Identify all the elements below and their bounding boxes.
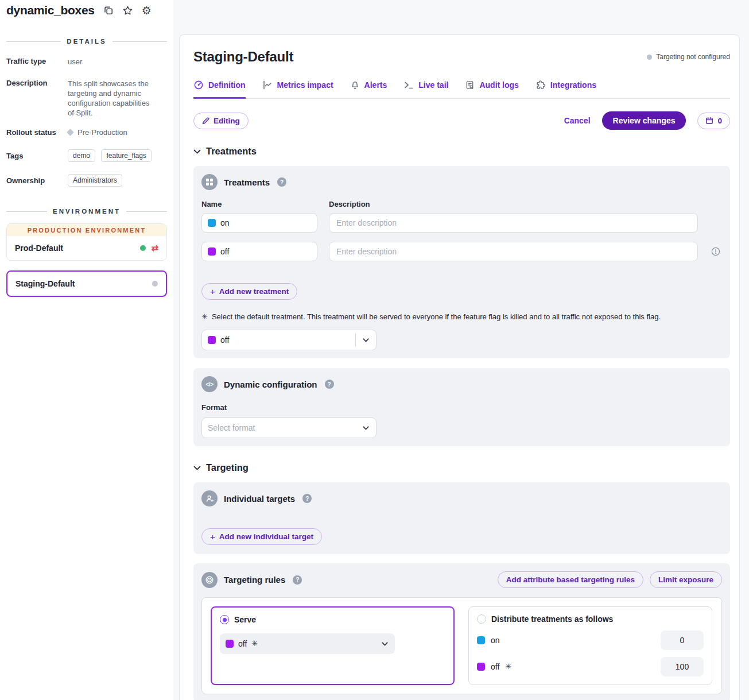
tab-audit-logs[interactable]: Audit logs — [465, 80, 518, 99]
default-asterisk-icon: ✳ — [251, 639, 258, 648]
owner-chip[interactable]: Administrators — [68, 174, 122, 187]
tab-metrics-impact[interactable]: Metrics impact — [262, 80, 333, 99]
default-treatment-select[interactable]: off — [201, 330, 377, 350]
treatments-card: Treatments ? Name Description — [193, 166, 730, 358]
treatment-name-input[interactable] — [220, 218, 311, 227]
help-icon[interactable]: ? — [293, 575, 302, 585]
environment-card-staging[interactable]: Staging-Default — [6, 270, 167, 297]
individual-targets-title: Individual targets — [224, 494, 295, 504]
tab-integrations[interactable]: Integrations — [535, 80, 596, 99]
treatment-description-input[interactable] — [329, 242, 698, 261]
treatment-color-chip — [226, 640, 234, 648]
change-queue-button[interactable]: 0 — [697, 113, 730, 129]
info-icon[interactable] — [709, 247, 722, 256]
main-panel: Staging-Default Targeting not configured… — [179, 34, 740, 700]
dynamic-configuration-card: </> Dynamic configuration ? Format Selec… — [193, 368, 730, 446]
distribute-option-card[interactable]: Distribute treatments as follows on off … — [468, 606, 712, 685]
chevron-down-icon — [356, 426, 376, 430]
rollout-status-label: Rollout status — [6, 128, 68, 137]
treatment-color-chip — [477, 636, 485, 644]
help-icon[interactable]: ? — [325, 380, 334, 389]
star-icon[interactable] — [122, 5, 133, 16]
format-label: Format — [201, 403, 722, 412]
targeting-rules-title: Targeting rules — [224, 575, 285, 585]
treatment-name-input[interactable] — [220, 247, 311, 256]
add-attribute-rules-button[interactable]: Add attribute based targeting rules — [498, 571, 643, 588]
distribute-row: off ✳ — [477, 657, 704, 676]
treatment-color-chip — [477, 663, 485, 671]
limit-exposure-button[interactable]: Limit exposure — [650, 571, 722, 588]
editing-button[interactable]: Editing — [193, 113, 249, 129]
serve-treatment-select[interactable]: off ✳ — [220, 633, 395, 654]
targeting-rules-card: Targeting rules ? Add attribute based ta… — [193, 563, 730, 700]
treatments-grid-icon — [201, 174, 218, 190]
targeting-status: Targeting not configured — [647, 53, 730, 61]
rollout-status-value: Pre-Production — [68, 128, 127, 137]
chevron-down-icon — [356, 338, 376, 342]
treatment-name-field[interactable] — [201, 242, 317, 261]
treatment-color-chip — [208, 247, 216, 256]
distribute-radio[interactable] — [477, 614, 486, 624]
tab-live-tail[interactable]: Live tail — [403, 80, 448, 99]
status-dot-gray — [152, 281, 158, 287]
default-asterisk-icon: ✳ — [201, 312, 208, 322]
add-new-treatment-button[interactable]: + Add new treatment — [201, 283, 297, 300]
tags-row: Tags demo feature_flags — [6, 149, 167, 162]
details-heading: DETAILS — [6, 38, 167, 45]
default-asterisk-icon: ✳ — [505, 662, 511, 671]
panel-header: Staging-Default Targeting not configured — [193, 49, 730, 65]
add-new-individual-target-button[interactable]: + Add new individual target — [201, 528, 322, 545]
calendar-icon — [705, 117, 713, 125]
serve-option-card[interactable]: Serve off ✳ — [211, 606, 455, 685]
swap-arrows-icon[interactable]: ⇄ — [151, 245, 158, 252]
environment-title: Staging-Default — [193, 49, 293, 65]
puzzle-icon — [535, 80, 546, 90]
review-changes-button[interactable]: Review changes — [602, 111, 686, 130]
treatments-column-headers: Name Description — [201, 200, 722, 208]
description-row: Description This split showcases the tar… — [6, 79, 167, 118]
targeting-section-toggle[interactable]: Targeting — [193, 462, 730, 473]
environment-card-prod[interactable]: PRODUCTION ENVIRONMENT Prod-Default ⇄ — [6, 223, 167, 261]
pencil-icon — [202, 117, 209, 125]
rollout-status-row: Rollout status Pre-Production — [6, 128, 167, 137]
help-icon[interactable]: ? — [277, 177, 286, 187]
owners-list: Administrators — [68, 174, 126, 187]
help-icon[interactable]: ? — [302, 494, 312, 503]
bell-icon — [350, 80, 360, 90]
tag-chip[interactable]: demo — [68, 149, 95, 162]
treatment-name-field[interactable] — [201, 213, 317, 233]
ownership-label: Ownership — [6, 176, 68, 185]
tag-chip[interactable]: feature_flags — [101, 149, 151, 162]
metrics-impact-icon — [262, 80, 273, 90]
plus-icon: + — [210, 288, 215, 295]
format-select[interactable]: Select format — [201, 417, 377, 438]
treatment-description-input[interactable] — [329, 213, 698, 233]
chevron-down-icon — [193, 466, 201, 470]
tab-definition[interactable]: Definition — [193, 80, 246, 99]
default-treatment-note: ✳ Select the default treatment. This tre… — [201, 312, 722, 322]
copy-icon[interactable] — [103, 5, 114, 16]
tab-alerts[interactable]: Alerts — [350, 80, 387, 99]
terminal-icon — [403, 80, 414, 90]
treatments-section-toggle[interactable]: Treatments — [193, 146, 730, 157]
cancel-button[interactable]: Cancel — [564, 116, 591, 125]
definition-icon — [193, 80, 204, 90]
tags-list: demo feature_flags — [68, 149, 155, 162]
treatment-color-chip — [208, 336, 216, 344]
serve-radio[interactable] — [220, 615, 229, 624]
treatment-row — [201, 242, 722, 261]
traffic-type-value: user — [68, 57, 82, 67]
tab-bar: Definition Metrics impact Alerts — [193, 80, 730, 99]
treatment-color-chip — [208, 219, 216, 227]
edit-toolbar: Editing Cancel Review changes 0 — [193, 111, 730, 130]
distribute-label: Distribute treatments as follows — [491, 614, 613, 624]
tags-label: Tags — [6, 152, 68, 160]
description-label: Description — [6, 79, 68, 118]
plus-icon: + — [210, 533, 215, 540]
gear-icon[interactable]: ⚙ — [142, 5, 152, 16]
sidebar: dynamic_boxes ⚙ DETAILS Traffic type use… — [0, 0, 173, 700]
distribution-percent-input[interactable] — [661, 631, 704, 650]
production-environment-banner: PRODUCTION ENVIRONMENT — [7, 224, 166, 236]
distribution-percent-input[interactable] — [661, 657, 704, 676]
distribute-row: on — [477, 631, 704, 650]
